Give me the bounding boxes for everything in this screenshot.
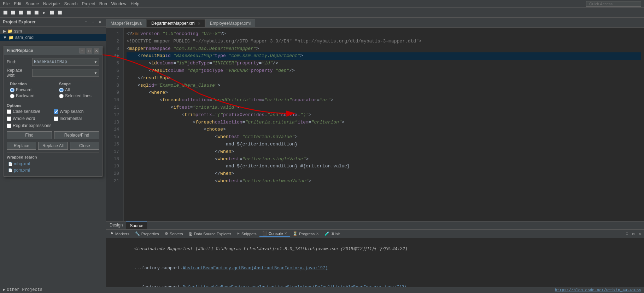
menu-search[interactable]: Search [64, 1, 77, 6]
regex-label[interactable]: Regular expressions [13, 123, 51, 128]
scope-selected-label[interactable]: Selected lines [65, 93, 92, 98]
markers-icon: ⚑ [110, 231, 114, 236]
incremental-label[interactable]: Incremental [60, 116, 82, 121]
bottom-tab-markers[interactable]: ⚑ Markers [107, 231, 132, 237]
options-title: Options [7, 103, 99, 108]
code-line-3: <mapper namespace="com.ssm.dao.Departmen… [127, 45, 641, 53]
sidebar-maximize-icon[interactable]: □ [90, 19, 96, 25]
dialog-minimize-btn[interactable]: − [80, 48, 85, 53]
tab-employee-mapper[interactable]: EmployeeMapper.xml [205, 19, 255, 27]
replace-label: Replace with: [7, 68, 32, 78]
toolbar-btn-4[interactable]: ⬜ [25, 9, 32, 16]
replace-input[interactable] [32, 69, 92, 77]
bottom-tab-snippets[interactable]: ✂ Snippets [234, 231, 259, 237]
scope-all-label[interactable]: All [65, 87, 70, 92]
abstract-bean-factory-link[interactable]: AbstractBeanFactory.getBean(AbstractBean… [183, 266, 328, 271]
backward-label[interactable]: Backward [16, 93, 35, 98]
console-icon: ⬛ [262, 231, 267, 236]
case-sensitive-checkbox[interactable] [7, 109, 11, 114]
replace-find-button[interactable]: Replace/Find [54, 131, 99, 139]
whole-word-label[interactable]: Whole word [13, 116, 35, 121]
menu-edit[interactable]: Edit [14, 1, 21, 6]
tab-department-mapper[interactable]: DepartmentMapper.xml ✕ [147, 19, 205, 27]
datasource-label: Data Source Explorer [194, 232, 231, 236]
find-button[interactable]: Find [7, 131, 52, 139]
forward-radio[interactable] [10, 88, 14, 92]
backward-radio-item: Backward [10, 93, 47, 98]
toolbar-btn-1[interactable]: ⬜ [2, 9, 9, 16]
menu-project[interactable]: Project [82, 1, 95, 6]
quick-access-input[interactable] [586, 1, 641, 7]
other-projects[interactable]: ▶ Other Projects [0, 286, 106, 293]
toolbar-btn-5[interactable]: ⬜ [33, 9, 40, 16]
replace-all-button[interactable]: Replace All [38, 142, 68, 150]
incremental-checkbox[interactable] [54, 116, 58, 121]
maximize-panel-icon[interactable]: ◻ [631, 231, 636, 237]
line-num-21: 21 [107, 178, 122, 185]
toolbar-btn-7[interactable]: ⬜ [48, 9, 55, 16]
minimize-panel-icon[interactable]: □ [624, 231, 630, 237]
dialog-maximize-btn[interactable]: □ [87, 48, 92, 53]
sidebar-close-icon[interactable]: ✕ [97, 19, 103, 25]
bottom-tab-console[interactable]: ⬛ Console ✕ [259, 230, 290, 237]
case-sensitive-label[interactable]: Case sensitive [13, 109, 40, 114]
replace-dropdown-btn[interactable]: ▼ [92, 69, 99, 77]
close-panel-icon[interactable]: ✕ [637, 231, 643, 237]
sidebar-minimize-icon[interactable]: − [83, 19, 89, 25]
progress-close-icon[interactable]: ✕ [316, 232, 319, 236]
find-input[interactable] [32, 58, 92, 66]
regex-checkbox[interactable] [7, 123, 11, 128]
toolbar-btn-3[interactable]: ⬜ [17, 9, 24, 16]
toolbar-btn-6[interactable]: ▶ [41, 9, 48, 16]
wrapped-file-label-1: mbg.xml [14, 161, 30, 166]
line-num-11: 11 [107, 104, 122, 111]
line-numbers: 1 2 3 4◆ 5 6 7 8 9 10 11 12 13 14 15 16 … [106, 28, 124, 221]
line-num-17: 17 [107, 148, 122, 156]
scope-all-radio[interactable] [59, 88, 64, 92]
menu-help[interactable]: Help [131, 1, 140, 6]
tab-close-department-mapper[interactable]: ✕ [198, 22, 200, 25]
wrapped-file-mbg[interactable]: 📄 mbg.xml [7, 161, 99, 167]
find-dropdown-btn[interactable]: ▼ [92, 58, 99, 66]
dialog-close-btn[interactable]: ✕ [94, 48, 99, 53]
menu-navigate[interactable]: Navigate [43, 1, 60, 6]
bottom-tab-junit[interactable]: 🧪 JUnit [322, 231, 343, 237]
tab-mapper-test[interactable]: MapperTest.java [106, 19, 146, 27]
checkboxes-grid: Case sensitive Wrap search Whole word [7, 109, 99, 129]
menu-file[interactable]: File [3, 1, 10, 6]
bottom-tab-servers[interactable]: ⚙ Servers [162, 231, 186, 237]
bottom-tab-progress[interactable]: ⏳ Progress ✕ [290, 231, 322, 237]
close-button[interactable]: Close [70, 142, 99, 150]
main-layout: Project Explorer − □ ✕ ▶ 📁 ssm ▼ 📁 ssm_c… [0, 18, 644, 293]
code-editor[interactable]: 1 2 3 4◆ 5 6 7 8 9 10 11 12 13 14 15 16 … [106, 28, 644, 221]
tree-item-ssm[interactable]: ▶ 📁 ssm [0, 28, 106, 34]
source-tab[interactable]: Source [126, 222, 147, 229]
line-num-3: 3 [107, 45, 122, 53]
wrap-search-checkbox[interactable] [54, 109, 58, 114]
status-url[interactable]: https://blog.csdn.net/weixin_44241065 [555, 288, 641, 292]
tree-item-ssm-crud[interactable]: ▼ 📁 ssm_crud [0, 34, 106, 41]
code-line-4: <resultMap id="BaseResultMap" type="com.… [127, 52, 641, 60]
whole-word-checkbox[interactable] [7, 116, 11, 121]
design-tab[interactable]: Design [106, 222, 126, 229]
forward-label[interactable]: Forward [16, 87, 31, 92]
toolbar-btn-8[interactable]: ⬜ [56, 9, 63, 16]
menu-window[interactable]: Window [111, 1, 127, 6]
code-content[interactable]: <?xml version="1.0" encoding="UTF-8"?> <… [124, 28, 644, 221]
scope-selected-radio[interactable] [59, 94, 64, 98]
replace-button[interactable]: Replace [7, 142, 36, 150]
bottom-tab-properties[interactable]: 🔧 Properties [132, 231, 162, 237]
servers-icon: ⚙ [165, 231, 168, 236]
toolbar-btn-2[interactable]: ⬜ [10, 9, 17, 16]
bottom-panel: ⚑ Markers 🔧 Properties ⚙ Servers 🗄 Data … [106, 229, 644, 293]
wrapped-file-pom[interactable]: 📄 pom.xml [7, 167, 99, 173]
selected-lines-radio-item: Selected lines [59, 93, 96, 98]
wrap-search-label[interactable]: Wrap search [60, 109, 84, 114]
dialog-title: Find/Replace [7, 48, 33, 53]
menu-source[interactable]: Source [25, 1, 39, 6]
console-close-icon[interactable]: ✕ [284, 231, 287, 235]
all-radio-item: All [59, 87, 96, 92]
menu-run[interactable]: Run [99, 1, 107, 6]
bottom-tab-datasource[interactable]: 🗄 Data Source Explorer [186, 231, 234, 237]
backward-radio[interactable] [10, 94, 14, 98]
